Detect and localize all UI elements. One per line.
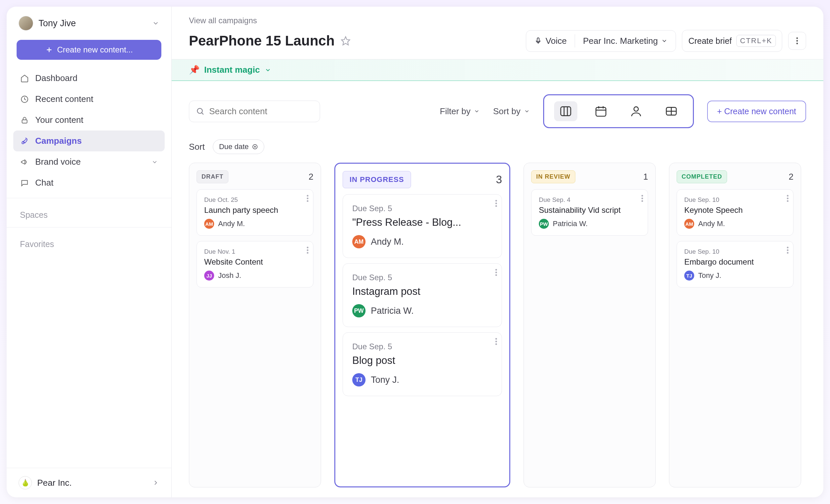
nav-your-content[interactable]: Your content: [13, 109, 165, 130]
voice-persona-group: Voice Pear Inc. Marketing: [526, 30, 676, 52]
nav-label: Your content: [35, 115, 83, 125]
nav-recent-content[interactable]: Recent content: [13, 89, 165, 109]
card-more-button[interactable]: [787, 195, 789, 202]
plus-icon: [45, 46, 53, 54]
create-content-link[interactable]: + Create new content: [707, 101, 806, 122]
more-menu-button[interactable]: [788, 32, 806, 50]
close-icon[interactable]: [252, 144, 258, 150]
card-due: Due Sep. 10: [684, 196, 786, 203]
card-more-button[interactable]: [496, 338, 497, 345]
spaces-heading: Spaces: [7, 201, 171, 224]
svg-point-10: [197, 108, 202, 113]
persona-dropdown[interactable]: Pear Inc. Marketing: [575, 31, 676, 52]
brief-label: Create brief: [688, 36, 732, 46]
topbar: View all campaigns: [172, 7, 823, 25]
nav-campaigns[interactable]: Campaigns: [13, 130, 165, 151]
card-more-button[interactable]: [307, 247, 309, 254]
view-calendar-button[interactable]: [589, 101, 612, 121]
nav-label: Chat: [35, 178, 54, 188]
voice-label: Voice: [545, 36, 567, 46]
nav-dashboard[interactable]: Dashboard: [13, 68, 165, 89]
create-brief-button[interactable]: Create brief CTRL+K: [682, 30, 782, 52]
sidebar: Tony Jive Create new content... Dashboar…: [7, 7, 172, 497]
nav-label: Recent content: [35, 94, 93, 104]
nav-chat[interactable]: Chat: [13, 172, 165, 193]
view-table-button[interactable]: [660, 101, 683, 121]
content-card[interactable]: Due Sep. 5Instagram postPWPatricia W.: [343, 263, 502, 327]
search-icon: [196, 107, 204, 116]
chevron-down-icon: [265, 67, 271, 73]
assignee-avatar: PW: [352, 304, 365, 317]
search-input[interactable]: [189, 101, 320, 122]
chevron-down-icon: [524, 108, 530, 114]
view-kanban-button[interactable]: [554, 101, 577, 121]
content-card[interactable]: Due Sep. 5Blog postTJTony J.: [343, 332, 502, 396]
content-card[interactable]: Due Sep. 10Keynote SpeechAMAndy M.: [677, 189, 794, 236]
instant-magic-bar[interactable]: 📌 Instant magic: [172, 59, 823, 81]
content-card[interactable]: Due Nov. 1Website ContentJJJosh J.: [196, 241, 313, 287]
nav-brand-voice[interactable]: Brand voice: [13, 151, 165, 172]
favorites-heading: Favorites: [7, 230, 171, 254]
svg-point-9: [796, 43, 798, 44]
svg-rect-15: [596, 107, 606, 116]
filter-by-dropdown[interactable]: Filter by: [440, 106, 480, 117]
assignee-avatar: TJ: [352, 373, 365, 386]
card-more-button[interactable]: [307, 195, 309, 202]
card-assignee: AMAndy M.: [684, 219, 786, 229]
user-menu[interactable]: Tony Jive: [7, 7, 171, 36]
user-avatar: [19, 16, 33, 31]
svg-point-7: [796, 37, 798, 39]
card-due: Due Sep. 5: [352, 204, 492, 213]
create-content-button[interactable]: Create new content...: [17, 40, 161, 60]
card-due: Due Oct. 25: [204, 196, 306, 203]
assignee-name: Tony J.: [371, 375, 400, 385]
card-title: Keynote Speech: [684, 206, 786, 215]
chevron-down-icon: [661, 37, 668, 44]
sort-chip[interactable]: Due date: [213, 139, 264, 154]
kanban-column: DRAFT2Due Oct. 25Launch party speechAMAn…: [189, 163, 321, 487]
content-card[interactable]: Due Sep. 5"Press Release - Blog...AMAndy…: [343, 194, 502, 258]
content-card[interactable]: Due Sep. 4Sustainability Vid scriptPWPat…: [531, 189, 648, 236]
card-more-button[interactable]: [787, 247, 789, 254]
separator: [7, 227, 171, 227]
content-card[interactable]: Due Oct. 25Launch party speechAMAndy M.: [196, 189, 313, 236]
card-more-button[interactable]: [641, 195, 643, 202]
svg-rect-3: [22, 120, 27, 123]
svg-rect-5: [537, 38, 539, 42]
assignee-name: Andy M.: [698, 219, 725, 228]
pin-icon: 📌: [189, 65, 199, 75]
assignee-name: Patricia W.: [371, 306, 414, 316]
create-content-link-label: + Create new content: [717, 106, 796, 116]
org-switcher[interactable]: 🍐 Pear Inc.: [7, 468, 171, 497]
star-icon[interactable]: [341, 36, 351, 46]
sort-by-dropdown[interactable]: Sort by: [493, 106, 530, 117]
card-due: Due Sep. 10: [684, 248, 786, 255]
persona-label: Pear Inc. Marketing: [583, 36, 658, 46]
rocket-icon: [20, 136, 29, 146]
voice-button[interactable]: Voice: [526, 31, 575, 52]
card-title: Instagram post: [352, 286, 492, 297]
chevron-down-icon: [152, 20, 159, 27]
assignee-avatar: AM: [352, 235, 365, 248]
status-chip: IN REVIEW: [531, 170, 575, 183]
chat-icon: [20, 178, 29, 188]
search-field[interactable]: [209, 106, 313, 117]
kanban-board: DRAFT2Due Oct. 25Launch party speechAMAn…: [172, 163, 823, 497]
card-assignee: PWPatricia W.: [539, 219, 640, 229]
card-more-button[interactable]: [496, 200, 497, 207]
mic-icon: [534, 37, 542, 45]
card-more-button[interactable]: [496, 269, 497, 276]
svg-rect-12: [561, 107, 571, 116]
assignee-name: Patricia W.: [553, 219, 588, 228]
view-people-button[interactable]: [625, 101, 648, 121]
column-count: 3: [496, 173, 502, 186]
org-name: Pear Inc.: [37, 478, 72, 488]
status-chip: IN PROGRESS: [343, 171, 411, 188]
sortby-label: Sort by: [493, 106, 520, 117]
assignee-name: Tony J.: [698, 271, 722, 280]
content-card[interactable]: Due Sep. 10Embargo documentTJTony J.: [677, 241, 794, 287]
chevron-down-icon: [151, 159, 158, 165]
clock-icon: [20, 95, 29, 104]
assignee-avatar: PW: [539, 219, 549, 229]
breadcrumb[interactable]: View all campaigns: [189, 16, 257, 25]
